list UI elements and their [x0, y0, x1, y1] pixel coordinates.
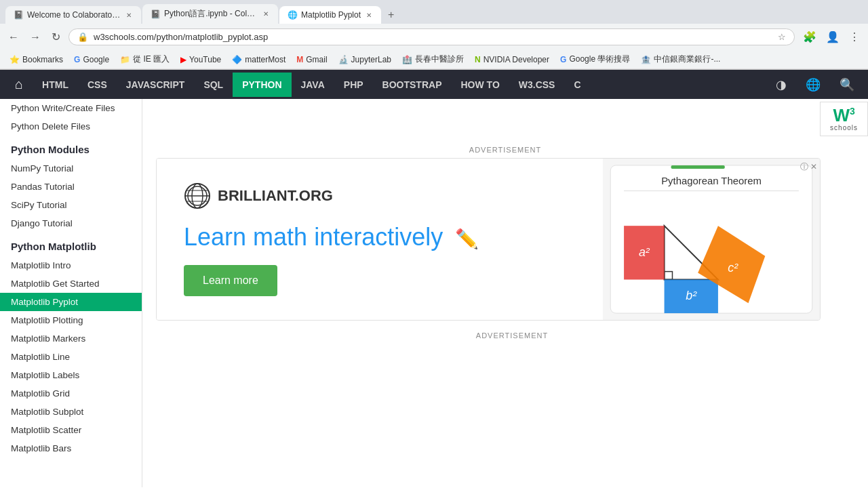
ad-headline-highlight: math: [253, 223, 307, 251]
tab-1-label: Welcome to Colaboratory -...: [27, 10, 121, 20]
bookmark-bookmarks[interactable]: ⭐ Bookmarks: [5, 54, 67, 66]
gmail-label: Gmail: [306, 55, 327, 64]
back-button[interactable]: ←: [5, 28, 22, 46]
mattermost-label: matterMost: [245, 55, 285, 64]
sidebar-item-matplotlib-markers[interactable]: Matplotlib Markers: [0, 329, 142, 348]
home-button[interactable]: ⌂: [5, 70, 33, 99]
nav-howto[interactable]: HOW TO: [451, 73, 509, 97]
tab-2[interactable]: 📓 Python語言.ipynb - Colaborat... ✕: [142, 4, 278, 24]
sidebar-item-matplotlib-pyplot[interactable]: Matplotlib Pyplot: [0, 293, 142, 311]
new-tab-button[interactable]: +: [382, 6, 399, 24]
theme-toggle-button[interactable]: ◑: [768, 70, 795, 99]
extensions-button[interactable]: 🧩: [800, 28, 819, 46]
pencil-icon: ✏️: [455, 228, 479, 249]
youtube-label: YouTube: [189, 55, 221, 64]
w3-schools-text: schools: [830, 124, 858, 131]
sidebar-item-write-files[interactable]: Python Write/Create Files: [0, 99, 142, 117]
ad-logo: BRILLIANT.ORG: [184, 182, 576, 209]
forward-button[interactable]: →: [27, 28, 43, 46]
menu-button[interactable]: ⋮: [846, 28, 863, 46]
tab-3[interactable]: 🌐 Matplotlib Pyplot ✕: [279, 6, 381, 24]
sidebar-item-matplotlib-plotting[interactable]: Matplotlib Plotting: [0, 311, 142, 329]
bookmark-nvidia[interactable]: N NVIDIA Developer: [471, 54, 553, 66]
scholar-label: Google 學術搜尋: [569, 54, 630, 65]
svg-rect-17: [671, 165, 725, 169]
bookmarks-bar: ⭐ Bookmarks G Google 📁 從 IE 匯入 ▶ YouTube…: [0, 50, 868, 69]
tab-3-label: Matplotlib Pyplot: [301, 10, 361, 20]
nav-c[interactable]: C: [564, 73, 590, 97]
sidebar-item-matplotlib-bars[interactable]: Matplotlib Bars: [0, 439, 142, 458]
tab-1-close[interactable]: ✕: [125, 12, 133, 19]
bookmark-jupyterlab[interactable]: 🔬 JupyterLab: [334, 54, 395, 66]
sidebar-item-pandas[interactable]: Pandas Tutorial: [0, 178, 142, 196]
google-label: Google: [83, 55, 109, 64]
nav-java[interactable]: JAVA: [292, 73, 334, 97]
ad-cta-button[interactable]: Learn more: [184, 265, 277, 296]
nav-sql[interactable]: SQL: [194, 73, 233, 97]
ad-headline: Learn math interactively ✏️: [184, 223, 576, 251]
address-bar[interactable]: 🔒 w3schools.com/python/matplotlib_pyplot…: [68, 28, 795, 45]
sidebar-item-scipy[interactable]: SciPy Tutorial: [0, 196, 142, 214]
tab-1[interactable]: 📓 Welcome to Colaboratory -... ✕: [5, 6, 141, 24]
ad-close-button[interactable]: ⓘ ✕: [800, 161, 817, 173]
mattermost-icon: 🔷: [232, 55, 242, 64]
bookmark-google[interactable]: G Google: [70, 54, 113, 66]
address-bar-row: ← → ↻ 🔒 w3schools.com/python/matplotlib_…: [0, 24, 868, 50]
nav-javascript[interactable]: JAVASCRIPT: [117, 73, 195, 97]
bookmark-mattermost[interactable]: 🔷 matterMost: [228, 54, 290, 66]
google-icon: G: [74, 55, 80, 64]
nav-python[interactable]: PYTHON: [233, 73, 291, 97]
ad-label-1: ADVERTISEMENT: [142, 139, 868, 158]
nav-html[interactable]: HTML: [33, 73, 78, 97]
gmail-icon: M: [296, 55, 303, 64]
bookmark-youtube[interactable]: ▶ YouTube: [176, 54, 225, 66]
tab-2-favicon: 📓: [151, 9, 160, 19]
bookmark-gmail[interactable]: M Gmail: [292, 54, 331, 66]
svg-text:b²: b²: [686, 289, 697, 302]
youtube-icon: ▶: [180, 55, 186, 64]
sidebar-item-matplotlib-getstarted[interactable]: Matplotlib Get Started: [0, 274, 142, 293]
sidebar-item-django[interactable]: Django Tutorial: [0, 214, 142, 232]
nav-items: HTML CSS JAVASCRIPT SQL PYTHON JAVA PHP …: [33, 73, 768, 97]
profile-button[interactable]: 👤: [823, 28, 842, 46]
tab-bar: 📓 Welcome to Colaboratory -... ✕ 📓 Pytho…: [0, 0, 868, 24]
nav-css[interactable]: CSS: [78, 73, 117, 97]
bookmark-bank[interactable]: 🏦 中信銀商業銀行-...: [637, 52, 724, 66]
bookmark-ie-import[interactable]: 📁 從 IE 匯入: [116, 52, 174, 66]
refresh-button[interactable]: ↻: [49, 28, 63, 46]
address-icons: ☆: [778, 32, 786, 42]
nav-w3css[interactable]: W3.CSS: [509, 73, 565, 97]
sidebar-item-matplotlib-scatter[interactable]: Matplotlib Scatter: [0, 421, 142, 439]
bookmark-clinic[interactable]: 🏥 長春中醫診所: [398, 52, 468, 66]
sidebar-item-delete-files[interactable]: Python Delete Files: [0, 117, 142, 136]
bookmarks-label: Bookmarks: [22, 55, 63, 64]
nav-php[interactable]: PHP: [334, 73, 373, 97]
sidebar-item-numpy[interactable]: NumPy Tutorial: [0, 159, 142, 178]
w3-logo-text: W3: [833, 106, 854, 124]
sidebar-item-matplotlib-grid[interactable]: Matplotlib Grid: [0, 384, 142, 403]
sidebar-item-matplotlib-line[interactable]: Matplotlib Line: [0, 348, 142, 366]
scholar-icon: G: [560, 55, 566, 64]
sidebar-item-matplotlib-intro[interactable]: Matplotlib Intro: [0, 256, 142, 274]
nav-bootstrap[interactable]: BOOTSTRAP: [373, 73, 452, 97]
jupyter-label: JupyterLab: [351, 55, 391, 64]
accessibility-button[interactable]: 🌐: [797, 70, 829, 99]
bookmark-google-scholar[interactable]: G Google 學術搜尋: [556, 52, 634, 66]
tab-2-label: Python語言.ipynb - Colaborat...: [164, 8, 258, 20]
sidebar-item-matplotlib-labels[interactable]: Matplotlib Labels: [0, 366, 142, 384]
ad-right: ⓘ ✕ Pythagorean Theorem a²: [603, 159, 820, 320]
sidebar-section-modules: Python Modules: [0, 136, 142, 159]
nvidia-label: NVIDIA Developer: [484, 55, 549, 64]
sidebar-item-matplotlib-subplot[interactable]: Matplotlib Subplot: [0, 403, 142, 421]
sidebar: Python Write/Create Files Python Delete …: [0, 99, 142, 487]
url-text: w3schools.com/python/matplotlib_pyplot.a…: [94, 32, 772, 42]
search-button[interactable]: 🔍: [831, 70, 863, 99]
browser-actions: 🧩 👤 ⋮: [800, 28, 863, 46]
ad-headline-text2: interactively: [307, 223, 443, 251]
nvidia-icon: N: [475, 55, 481, 64]
tab-3-close[interactable]: ✕: [365, 12, 373, 19]
ad-left: BRILLIANT.ORG Learn math interactively ✏…: [157, 159, 603, 320]
star-icon[interactable]: ☆: [778, 32, 786, 42]
tab-2-close[interactable]: ✕: [262, 10, 270, 18]
ad-headline-text1: Learn: [184, 223, 253, 251]
